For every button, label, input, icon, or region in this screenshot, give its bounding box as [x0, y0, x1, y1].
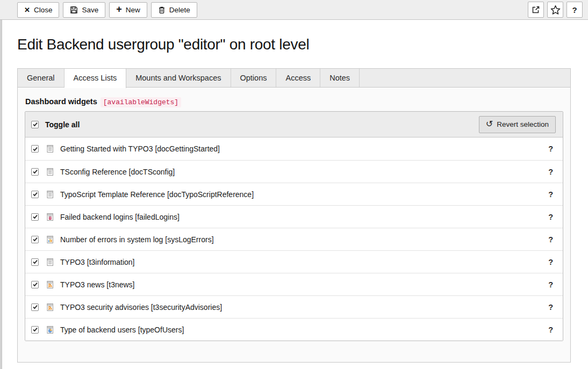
- tab-options[interactable]: Options: [231, 69, 277, 87]
- widget-label: TSconfig Reference [docTSconfig]: [60, 168, 547, 176]
- widget-label: TYPO3 [t3information]: [60, 258, 547, 266]
- row-checkbox[interactable]: [31, 168, 39, 176]
- page-title: Edit Backend usergroup "editor" on root …: [17, 36, 571, 53]
- pie-chart-widget-icon: [46, 325, 54, 334]
- save-icon: [70, 6, 78, 14]
- help-icon[interactable]: ?: [547, 168, 555, 176]
- rss-widget-icon: [46, 303, 54, 312]
- table-row: Type of backend users [typeOfUsers]?: [25, 318, 563, 341]
- row-checkbox[interactable]: [31, 326, 39, 334]
- new-button[interactable]: + New: [109, 2, 147, 18]
- widget-label: Getting Started with TYPO3 [docGettingSt…: [60, 144, 547, 153]
- close-button-label: Close: [34, 6, 53, 14]
- row-checkbox[interactable]: [31, 236, 39, 243]
- widget-rows: Getting Started with TYPO3 [docGettingSt…: [25, 138, 563, 341]
- help-icon[interactable]: ?: [547, 144, 555, 153]
- help-icon[interactable]: ?: [547, 258, 555, 266]
- section-label-text: Dashboard widgets: [25, 97, 97, 106]
- widget-label: Type of backend users [typeOfUsers]: [60, 325, 547, 334]
- revert-icon: ↺: [486, 120, 493, 128]
- doc-header-button-group: ✕ Close Save + New Delete: [17, 2, 197, 18]
- help-icon[interactable]: ?: [547, 235, 555, 244]
- table-row: TSconfig Reference [docTSconfig]?: [25, 160, 563, 183]
- row-checkbox[interactable]: [31, 213, 39, 221]
- section-label: Dashboard widgets[availableWidgets]: [25, 97, 563, 106]
- close-button[interactable]: ✕ Close: [17, 2, 59, 18]
- row-checkbox[interactable]: [31, 281, 39, 288]
- table-row: Getting Started with TYPO3 [docGettingSt…: [25, 138, 563, 160]
- table-row: TYPO3 [t3information]?: [25, 250, 563, 273]
- row-checkbox[interactable]: [31, 145, 39, 153]
- tab-panel: Dashboard widgets[availableWidgets] Togg…: [17, 87, 571, 363]
- trash-icon: [158, 6, 166, 14]
- close-icon: ✕: [24, 6, 30, 13]
- help-icon[interactable]: ?: [547, 213, 555, 221]
- open-in-new-window-button[interactable]: [528, 2, 544, 18]
- tab-access-lists[interactable]: Access Lists: [64, 69, 127, 88]
- tab-bar: GeneralAccess ListsMounts and Workspaces…: [17, 68, 571, 87]
- delete-button[interactable]: Delete: [151, 2, 197, 18]
- help-icon[interactable]: ?: [547, 280, 555, 289]
- bookmark-star-icon: [550, 5, 561, 15]
- table-row: Failed backend logins [failedLogins]?: [25, 205, 563, 228]
- tab-notes[interactable]: Notes: [320, 69, 360, 87]
- table-row: TYPO3 news [t3news]?: [25, 273, 563, 295]
- tab-general[interactable]: General: [18, 69, 64, 87]
- document-widget-icon: [46, 168, 54, 176]
- help-button[interactable]: ?: [567, 2, 583, 18]
- tab-mounts-and-workspaces[interactable]: Mounts and Workspaces: [126, 69, 231, 87]
- doc-header-icon-group: ?: [528, 2, 583, 18]
- document-widget-icon: [46, 258, 54, 266]
- widgets-table-header: Toggle all ↺ Revert selection: [25, 112, 563, 138]
- open-in-new-window-icon: [532, 5, 540, 14]
- revert-selection-label: Revert selection: [497, 120, 549, 128]
- row-checkbox[interactable]: [31, 191, 39, 198]
- new-button-label: New: [126, 6, 140, 14]
- section-code-tag: [availableWidgets]: [101, 97, 181, 107]
- widget-label: TYPO3 news [t3news]: [60, 280, 547, 289]
- widgets-table: Toggle all ↺ Revert selection Getting St…: [25, 111, 563, 341]
- document-widget-icon: [46, 144, 54, 153]
- module-body: Edit Backend usergroup "editor" on root …: [0, 20, 588, 369]
- bookmark-button[interactable]: [547, 2, 563, 18]
- doc-header: ✕ Close Save + New Delete ?: [0, 0, 588, 20]
- widget-label: Number of errors in system log [sysLogEr…: [60, 235, 547, 244]
- plus-icon: +: [116, 4, 122, 14]
- help-icon[interactable]: ?: [547, 325, 555, 334]
- failed-logins-widget-icon: [46, 213, 54, 221]
- table-row: TypoScript Template Reference [docTypoSc…: [25, 183, 563, 205]
- help-icon: ?: [572, 5, 577, 15]
- help-icon[interactable]: ?: [547, 190, 555, 199]
- revert-selection-button[interactable]: ↺ Revert selection: [479, 116, 556, 133]
- row-checkbox[interactable]: [31, 258, 39, 266]
- save-button[interactable]: Save: [63, 2, 105, 18]
- toggle-all-label: Toggle all: [45, 120, 80, 129]
- content-area: Edit Backend usergroup "editor" on root …: [2, 20, 588, 369]
- bar-chart-widget-icon: [46, 235, 54, 244]
- widget-label: TypoScript Template Reference [docTypoSc…: [60, 190, 547, 199]
- widget-label: TYPO3 security advisories [t3securityAdv…: [60, 303, 547, 312]
- document-widget-icon: [46, 190, 54, 199]
- tab-access[interactable]: Access: [276, 69, 320, 87]
- row-checkbox[interactable]: [31, 303, 39, 311]
- help-icon[interactable]: ?: [547, 303, 555, 312]
- delete-button-label: Delete: [169, 6, 190, 14]
- save-button-label: Save: [82, 6, 98, 14]
- widget-label: Failed backend logins [failedLogins]: [60, 213, 547, 221]
- rss-widget-icon: [46, 280, 54, 289]
- table-row: Number of errors in system log [sysLogEr…: [25, 228, 563, 250]
- table-row: TYPO3 security advisories [t3securityAdv…: [25, 295, 563, 318]
- toggle-all-checkbox[interactable]: [31, 121, 39, 128]
